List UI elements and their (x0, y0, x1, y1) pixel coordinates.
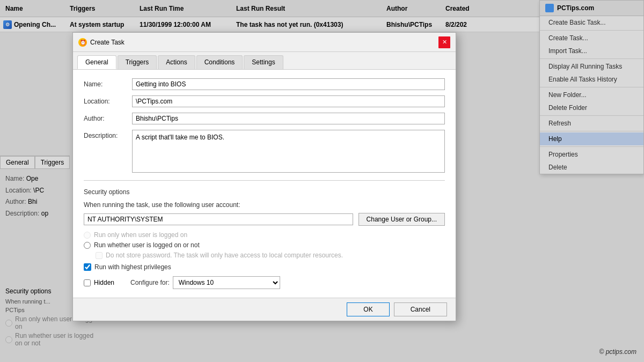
description-textarea[interactable]: A script that'll take me to BIOS. (132, 130, 445, 173)
configure-select[interactable]: Windows 10 Windows 7, Windows 8, Windows… (173, 276, 280, 289)
author-input[interactable] (132, 113, 445, 124)
change-user-btn[interactable]: Change User or Group... (358, 213, 445, 226)
security-section-label: Security options (84, 188, 445, 196)
user-account-row: Change User or Group... (84, 213, 445, 226)
location-label: Location: (84, 95, 132, 105)
tab-triggers[interactable]: Triggers (118, 55, 157, 69)
tab-general[interactable]: General (77, 55, 116, 69)
name-label: Name: (84, 78, 132, 88)
tab-conditions[interactable]: Conditions (196, 55, 243, 69)
radio-whether-label: Run whether user is logged on or not (94, 241, 200, 249)
tab-actions[interactable]: Actions (158, 55, 195, 69)
hidden-checkbox-option[interactable]: Hidden (84, 279, 114, 286)
location-input[interactable] (132, 95, 445, 107)
security-desc: When running the task, use the following… (84, 201, 445, 209)
checkbox-highest-label: Run with highest privileges (94, 263, 171, 271)
configure-label: Configure for: (130, 279, 170, 286)
dialog-body: Name: Location: Author: Description: A s… (73, 70, 456, 298)
hidden-label: Hidden (94, 279, 114, 286)
checkbox-password-label: Do not store password. The task will onl… (106, 252, 343, 259)
description-label: Description: (84, 130, 132, 139)
radio-whether-input[interactable] (84, 242, 91, 249)
radio-option-whether[interactable]: Run whether user is logged on or not (84, 241, 445, 249)
radio-option-loggedon[interactable]: Run only when user is logged on (84, 231, 445, 239)
checkbox-password-row: Do not store password. The task will onl… (96, 252, 445, 259)
dialog-footer: OK Cancel (73, 298, 456, 321)
dialog-title-text: Create Task (90, 39, 125, 46)
dialog-title-icon: ⏰ (78, 38, 87, 47)
dialog-title-container: ⏰ Create Task (78, 38, 125, 47)
checkbox-highest-row[interactable]: Run with highest privileges (84, 263, 445, 271)
user-account-input[interactable] (84, 213, 353, 225)
checkbox-highest-input[interactable] (84, 263, 91, 271)
ok-button[interactable]: OK (347, 302, 389, 316)
name-input[interactable] (132, 78, 445, 90)
radio-loggedon-label: Run only when user is logged on (94, 231, 187, 239)
location-row: Location: (84, 95, 445, 107)
dialog-titlebar: ⏰ Create Task ✕ (73, 33, 456, 52)
tab-settings[interactable]: Settings (244, 55, 283, 69)
author-label: Author: (84, 113, 132, 122)
checkbox-password-input (96, 252, 103, 259)
dialog-tabs: General Triggers Actions Conditions Sett… (73, 52, 456, 70)
divider-1 (84, 180, 445, 181)
author-row: Author: (84, 113, 445, 124)
configure-for-group: Configure for: Windows 10 Windows 7, Win… (130, 276, 280, 289)
description-row: Description: A script that'll take me to… (84, 130, 445, 173)
cancel-button[interactable]: Cancel (394, 302, 447, 316)
close-button[interactable]: ✕ (438, 36, 450, 48)
hidden-checkbox-input[interactable] (84, 279, 91, 286)
create-task-dialog: ⏰ Create Task ✕ General Triggers Actions… (72, 32, 456, 321)
hidden-configure-row: Hidden Configure for: Windows 10 Windows… (84, 276, 445, 289)
name-row: Name: (84, 78, 445, 90)
radio-loggedon-input[interactable] (84, 232, 91, 239)
